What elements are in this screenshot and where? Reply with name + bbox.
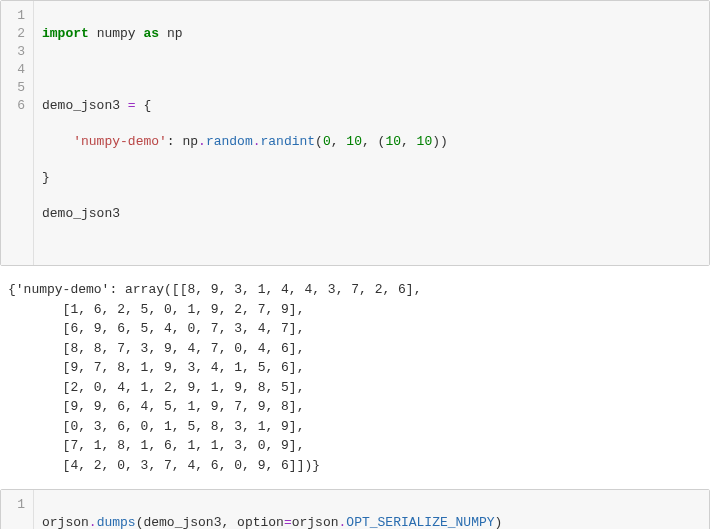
number: 10 — [417, 134, 433, 149]
line-number: 4 — [1, 61, 33, 79]
code-area[interactable]: import numpy as np demo_json3 = { 'numpy… — [34, 1, 709, 265]
paren-close: ) — [440, 134, 448, 149]
code-line: orjson.dumps(demo_json3, option=orjson.O… — [42, 514, 701, 529]
operator-eq: = — [284, 515, 292, 529]
module-name: numpy — [97, 26, 136, 41]
code-line: 'numpy-demo': np.random.randint(0, 10, (… — [42, 133, 701, 151]
line-number: 1 — [1, 7, 33, 25]
keyword-as: as — [143, 26, 159, 41]
colon: : — [167, 134, 183, 149]
code-cell-2[interactable]: 1 orjson.dumps(demo_json3, option=orjson… — [0, 489, 710, 529]
brace-open: { — [143, 98, 151, 113]
comma: , — [362, 134, 378, 149]
comma: , — [331, 134, 347, 149]
output-cell-1: {'numpy-demo': array([[8, 9, 3, 1, 4, 4,… — [0, 266, 710, 489]
submodule: random — [206, 134, 253, 149]
line-gutter: 1 — [1, 490, 34, 529]
code-line: demo_json3 = { — [42, 97, 701, 115]
comma: , — [221, 515, 237, 529]
code-line — [42, 61, 701, 79]
expression: demo_json3 — [42, 206, 120, 221]
dot: . — [253, 134, 261, 149]
line-number: 2 — [1, 25, 33, 43]
code-line: } — [42, 169, 701, 187]
line-gutter: 1 2 3 4 5 6 — [1, 1, 34, 265]
ns-np: np — [182, 134, 198, 149]
arg: demo_json3 — [143, 515, 221, 529]
constant: OPT_SERIALIZE_NUMPY — [346, 515, 494, 529]
code-cell-1[interactable]: 1 2 3 4 5 6 import numpy as np demo_json… — [0, 0, 710, 266]
paren-open: ( — [315, 134, 323, 149]
number: 10 — [346, 134, 362, 149]
brace-close: } — [42, 170, 50, 185]
function: dumps — [97, 515, 136, 529]
dot: . — [198, 134, 206, 149]
keyword-import: import — [42, 26, 89, 41]
paren-close: ) — [495, 515, 503, 529]
line-number: 1 — [1, 496, 33, 514]
line-number: 3 — [1, 43, 33, 61]
kwarg-name: option — [237, 515, 284, 529]
ns-orjson: orjson — [292, 515, 339, 529]
line-number: 5 — [1, 79, 33, 97]
code-line: demo_json3 — [42, 205, 701, 223]
string-key: 'numpy-demo' — [73, 134, 167, 149]
line-number: 6 — [1, 97, 33, 115]
code-line: import numpy as np — [42, 25, 701, 43]
variable: demo_json3 — [42, 98, 120, 113]
comma: , — [401, 134, 417, 149]
indent — [42, 134, 73, 149]
paren-close: ) — [432, 134, 440, 149]
number: 10 — [385, 134, 401, 149]
function: randint — [261, 134, 316, 149]
ns-orjson: orjson — [42, 515, 89, 529]
alias: np — [167, 26, 183, 41]
number: 0 — [323, 134, 331, 149]
dot: . — [89, 515, 97, 529]
code-area[interactable]: orjson.dumps(demo_json3, option=orjson.O… — [34, 490, 709, 529]
operator-eq: = — [128, 98, 136, 113]
